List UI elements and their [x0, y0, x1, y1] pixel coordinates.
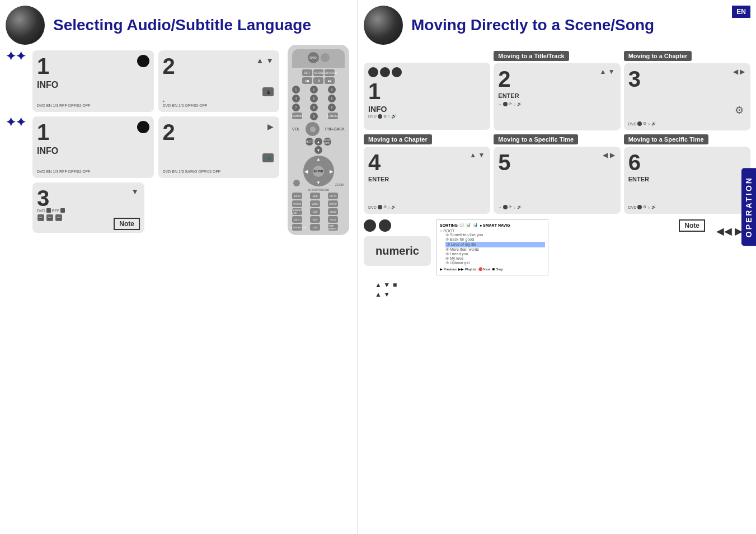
step-r1: 1 INFO DVD ⚙ ○ 🔊 — [364, 63, 490, 130]
remote-key-btn — [293, 180, 300, 186]
remote-vol-row: VOL P/IN-BACK — [292, 122, 345, 136]
step-r3-bar: DVD ⚙ ○ 🔊 — [628, 121, 746, 126]
remote-super1: SUPERWARP — [323, 138, 331, 146]
remote-up: ▲ — [314, 138, 322, 146]
remote-num-8: 8 — [310, 104, 318, 111]
remote-setup: SETUP — [328, 200, 338, 207]
remote-slow: SLOW — [328, 208, 338, 215]
bottom-section: numeric SORTING 📊 📊 📊 ● SMART NAVIG ○ RO… — [364, 219, 750, 275]
step-1a-bar: DVD EN 1/3 RFF OFF/02 OFF — [37, 104, 149, 107]
step-r4-bar: DVD ⚙ ○ 🔊 — [368, 205, 486, 209]
remote-play-row: ⏮ ⏸ ⏭ — [292, 77, 345, 84]
remote-lock: LOCK — [328, 216, 338, 223]
remote-btn-6: ⏭ — [325, 77, 335, 84]
remote-prog: PROG/RANDOM — [292, 224, 302, 231]
left-title: Selecting Audio/Subtitle Language — [53, 16, 311, 34]
sorting-items: ○ ROOT ① Something like you ② Back for g… — [440, 229, 545, 265]
step-2a-bar: DVD EN 1/0 OFF/00 OFF — [163, 104, 275, 107]
step-r6-wrapper: Moving to a Specific Time 6 ENTER DVD ⚙ … — [624, 134, 750, 214]
remote-num-3: 3 — [328, 86, 336, 93]
note-section: Note — [679, 219, 705, 232]
step-r5-bar: → ⟳ ○ 🔊 — [498, 205, 616, 209]
step-2b: 2 ▶ 📺 DVD EN 1/3 SARIG OFF/02 OFF — [158, 116, 280, 178]
remote-tv-dvd: TV/DVD — [292, 200, 302, 207]
page-container: Selecting Audio/Subtitle Language ✦✦ 1 I… — [0, 0, 756, 534]
en-badge: EN — [732, 6, 750, 18]
three-dots — [368, 67, 486, 77]
step-r3-gear: ⚙ — [735, 104, 744, 116]
step-r2-bar: → ⟳ ○ 🔊 — [498, 102, 616, 106]
step-2b-number: 2 — [163, 121, 275, 143]
right-title: Moving Directly to a Scene/Song — [411, 16, 654, 34]
remote-btn-3: SURR/OSD — [325, 69, 335, 76]
left-header-icon — [6, 6, 45, 45]
remote-num-6: 6 — [328, 95, 336, 102]
remote-mute: MUTE — [306, 138, 313, 146]
nav-arrows-1: ▲ ▼ — [375, 281, 390, 289]
right-header: Moving Directly to a Scene/Song — [364, 6, 750, 45]
step-1b-bar: DVD EN 1/3 RFF OFF/02 OFF — [37, 170, 149, 174]
step-1a: 1 INFO DVD EN 1/3 RFF OFF/02 OFF — [32, 50, 154, 112]
step-r6-enter: ENTER — [628, 176, 746, 182]
remote-karaoke: KARAOKE OSD — [292, 208, 302, 215]
step-r4-enter: ENTER — [368, 176, 486, 182]
specific-time-label: Moving to a Specific Time — [494, 134, 578, 144]
step-3-icons: DVD RFF 📷 📷 📷 — [37, 208, 65, 222]
step-1a-label: INFO — [37, 80, 149, 90]
note-box: Note — [679, 219, 705, 232]
step-r4: ▲ ▼ 4 ENTER DVD ⚙ ○ 🔊 — [364, 147, 490, 214]
remote-numpad: 1 2 3 4 5 6 7 8 9 REMAIN 0 CANCEL — [292, 86, 345, 120]
remote-num-7: 7 — [292, 104, 300, 111]
specific-time-label-2: Moving to a Specific Time — [624, 134, 708, 144]
remote-top: DVD — [292, 49, 345, 68]
left-header: Selecting Audio/Subtitle Language — [6, 6, 352, 45]
step-1b: 1 INFO DVD EN 1/3 RFF OFF/02 OFF — [32, 116, 154, 178]
step-r4-arrows: ▲ ▼ — [469, 151, 485, 159]
step-r1-num: 1 — [368, 80, 486, 102]
remote-num-9: 9 — [328, 104, 336, 111]
nav-arrows-2: ▲ ▼ — [375, 291, 390, 298]
step-r2-num: 2 — [498, 68, 616, 90]
remote-eject: EJECT — [292, 216, 302, 223]
step-2b-tv-icon: 📺 — [262, 153, 274, 162]
step-r1-label: INFO — [368, 105, 486, 114]
step-r3-arrows: ◀ ▶ — [733, 68, 745, 76]
remote-mode-row: SL/T MODE SURR/OSD — [292, 69, 345, 76]
remote-control: DVD SL/T MODE SURR/OSD ⏮ ⏸ ⏭ — [288, 45, 355, 235]
remote-btn-1: SL/T — [302, 69, 312, 76]
right-section: EN Moving Directly to a Scene/Song 1 — [358, 0, 756, 534]
step-r1-bar: DVD ⚙ ○ 🔊 — [368, 114, 486, 119]
title-track-label: Moving to a Title/Track — [494, 51, 569, 61]
step-1a-number: 1 — [37, 55, 149, 77]
step-2a-arrows: ▲ ▼ — [256, 56, 274, 65]
step-r5-wrapper: Moving to a Specific Time 5 ◀ ▶ → ⟳ ○ 🔊 — [494, 134, 620, 214]
step-3: ▼ 3 DVD RFF 📷 📷 📷 Note — [32, 182, 144, 233]
step-3-arrow: ▼ — [131, 187, 139, 196]
remote-vol-wheel — [306, 122, 320, 136]
remote-bottom-grid: AUDIO MVB GO TO TV/DVD MENU SETUP — [292, 193, 345, 207]
step-r2: 2 ▲ ▼ ENTER → ⟳ ○ 🔊 — [494, 63, 620, 130]
remote-btn-5: ⏸ — [313, 77, 323, 84]
step-r6-bar: DVD ⚙ ○ 🔊 — [628, 205, 746, 209]
nav-square: ■ — [393, 281, 397, 289]
left-section: Selecting Audio/Subtitle Language ✦✦ 1 I… — [0, 0, 358, 534]
remote-key: KEY — [310, 216, 320, 223]
remote-goto: GO TO — [328, 193, 338, 199]
step-2b-bar: DVD EN 1/3 SARIG OFF/02 OFF — [163, 170, 275, 174]
remote-remain: REMAIN — [292, 113, 302, 119]
remote-audio: AUDIO — [292, 193, 302, 199]
step-r4-wrapper: Moving to a Chapter ▲ ▼ 4 ENTER DVD ⚙ ○ … — [364, 134, 490, 214]
remote-surround-label: SU./SURROUND — [292, 188, 345, 191]
remote-hdmi-area: ▲ ▼ ◀ ▶ ENTER ZOOM — [292, 156, 345, 186]
remote-bottom-grid2: KARAOKE OSD OSD SLOW EJECT KEY LOCK — [292, 208, 345, 223]
remote-num-0: 0 — [310, 113, 318, 120]
step-2b-arrow: ▶ — [267, 122, 274, 131]
sorting-box: SORTING 📊 📊 📊 ● SMART NAVIG ○ ROOT ① Som… — [436, 219, 548, 275]
remote-num-4: 4 — [292, 95, 300, 102]
remote-num-2: 2 — [310, 86, 318, 93]
sorting-section: SORTING 📊 📊 📊 ● SMART NAVIG ○ ROOT ① Som… — [436, 219, 673, 275]
step-r6: 6 ENTER DVD ⚙ ○ 🔊 — [624, 147, 750, 214]
remote-memory: USER MEMORY — [328, 224, 338, 231]
sorting-footer: ▶ Previous ▶▶ PlayList 🔴 Next ⏹ Stop — [440, 267, 545, 271]
step-1b-label: INFO — [37, 146, 149, 156]
